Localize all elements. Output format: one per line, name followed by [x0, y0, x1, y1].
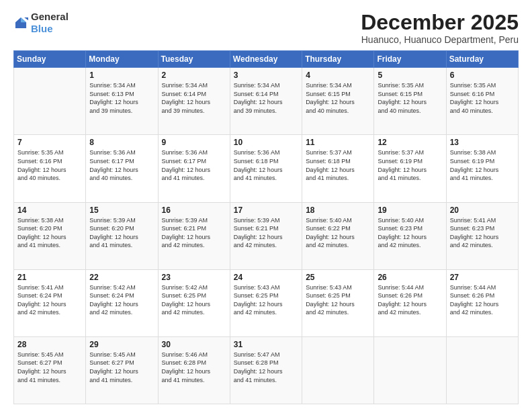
table-row: 20Sunrise: 5:41 AM Sunset: 6:23 PM Dayli… [446, 202, 518, 269]
calendar-week-row: 7Sunrise: 5:35 AM Sunset: 6:16 PM Daylig… [14, 135, 519, 202]
day-info: Sunrise: 5:41 AM Sunset: 6:23 PM Dayligh… [450, 216, 515, 250]
day-number: 26 [378, 273, 442, 282]
day-info: Sunrise: 5:34 AM Sunset: 6:14 PM Dayligh… [162, 81, 226, 115]
table-row: 17Sunrise: 5:39 AM Sunset: 6:21 PM Dayli… [230, 202, 302, 269]
col-monday: Monday [86, 51, 158, 68]
day-info: Sunrise: 5:41 AM Sunset: 6:24 PM Dayligh… [17, 283, 82, 317]
day-info: Sunrise: 5:42 AM Sunset: 6:24 PM Dayligh… [89, 283, 154, 317]
day-number: 5 [378, 71, 442, 80]
table-row: 8Sunrise: 5:36 AM Sunset: 6:17 PM Daylig… [86, 135, 158, 202]
table-row: 2Sunrise: 5:34 AM Sunset: 6:14 PM Daylig… [158, 68, 230, 135]
day-info: Sunrise: 5:37 AM Sunset: 6:18 PM Dayligh… [306, 148, 370, 182]
day-number: 11 [306, 138, 370, 147]
day-info: Sunrise: 5:35 AM Sunset: 6:16 PM Dayligh… [450, 81, 515, 115]
subtitle: Huanuco, Huanuco Department, Peru [361, 34, 519, 45]
day-info: Sunrise: 5:45 AM Sunset: 6:27 PM Dayligh… [17, 351, 82, 384]
day-info: Sunrise: 5:36 AM Sunset: 6:17 PM Dayligh… [162, 148, 226, 182]
table-row [374, 336, 446, 404]
day-number: 13 [450, 138, 515, 147]
day-number: 14 [17, 205, 82, 215]
table-row: 18Sunrise: 5:40 AM Sunset: 6:22 PM Dayli… [302, 202, 374, 269]
logo-icon [13, 15, 28, 30]
day-info: Sunrise: 5:39 AM Sunset: 6:21 PM Dayligh… [234, 216, 298, 250]
table-row: 31Sunrise: 5:47 AM Sunset: 6:28 PM Dayli… [230, 336, 302, 404]
day-info: Sunrise: 5:35 AM Sunset: 6:16 PM Dayligh… [17, 148, 82, 182]
logo-blue: Blue [31, 23, 53, 34]
day-number: 6 [450, 71, 515, 80]
day-number: 1 [89, 71, 154, 80]
table-row: 9Sunrise: 5:36 AM Sunset: 6:17 PM Daylig… [158, 135, 230, 202]
table-row: 6Sunrise: 5:35 AM Sunset: 6:16 PM Daylig… [446, 68, 518, 135]
table-row: 15Sunrise: 5:39 AM Sunset: 6:20 PM Dayli… [86, 202, 158, 269]
logo-text: General Blue [31, 11, 69, 35]
month-title: December 2025 [361, 11, 519, 34]
day-info: Sunrise: 5:39 AM Sunset: 6:20 PM Dayligh… [89, 216, 154, 250]
day-number: 15 [89, 205, 154, 215]
day-info: Sunrise: 5:46 AM Sunset: 6:28 PM Dayligh… [162, 351, 226, 384]
day-number: 12 [378, 138, 442, 147]
calendar-header-row: Sunday Monday Tuesday Wednesday Thursday… [14, 51, 519, 68]
day-info: Sunrise: 5:40 AM Sunset: 6:23 PM Dayligh… [378, 216, 442, 250]
day-number: 23 [162, 273, 226, 282]
logo: General Blue [13, 11, 69, 35]
table-row: 1Sunrise: 5:34 AM Sunset: 6:13 PM Daylig… [86, 68, 158, 135]
day-number: 24 [234, 273, 298, 282]
day-number: 8 [89, 138, 154, 147]
day-number: 10 [234, 138, 298, 147]
day-info: Sunrise: 5:38 AM Sunset: 6:20 PM Dayligh… [17, 216, 82, 250]
day-info: Sunrise: 5:44 AM Sunset: 6:26 PM Dayligh… [450, 283, 515, 317]
day-info: Sunrise: 5:40 AM Sunset: 6:22 PM Dayligh… [306, 216, 370, 250]
col-saturday: Saturday [446, 51, 518, 68]
day-number: 18 [306, 205, 370, 215]
day-number: 19 [378, 205, 442, 215]
day-number: 9 [162, 138, 226, 147]
day-number: 27 [450, 273, 515, 282]
day-info: Sunrise: 5:37 AM Sunset: 6:19 PM Dayligh… [378, 148, 442, 182]
day-number: 2 [162, 71, 226, 80]
table-row: 30Sunrise: 5:46 AM Sunset: 6:28 PM Dayli… [158, 336, 230, 404]
day-info: Sunrise: 5:45 AM Sunset: 6:27 PM Dayligh… [89, 351, 154, 384]
calendar-body: 1Sunrise: 5:34 AM Sunset: 6:13 PM Daylig… [14, 68, 519, 404]
col-friday: Friday [374, 51, 446, 68]
day-info: Sunrise: 5:43 AM Sunset: 6:25 PM Dayligh… [234, 283, 298, 317]
table-row: 10Sunrise: 5:36 AM Sunset: 6:18 PM Dayli… [230, 135, 302, 202]
table-row [14, 68, 86, 135]
day-info: Sunrise: 5:36 AM Sunset: 6:17 PM Dayligh… [89, 148, 154, 182]
day-info: Sunrise: 5:44 AM Sunset: 6:26 PM Dayligh… [378, 283, 442, 317]
col-thursday: Thursday [302, 51, 374, 68]
day-number: 16 [162, 205, 226, 215]
day-number: 22 [89, 273, 154, 282]
calendar-table: Sunday Monday Tuesday Wednesday Thursday… [13, 50, 519, 404]
table-row: 5Sunrise: 5:35 AM Sunset: 6:15 PM Daylig… [374, 68, 446, 135]
table-row [446, 336, 518, 404]
day-number: 29 [89, 340, 154, 349]
day-info: Sunrise: 5:47 AM Sunset: 6:28 PM Dayligh… [234, 351, 298, 384]
calendar-week-row: 14Sunrise: 5:38 AM Sunset: 6:20 PM Dayli… [14, 202, 519, 269]
day-info: Sunrise: 5:42 AM Sunset: 6:25 PM Dayligh… [162, 283, 226, 317]
calendar-week-row: 1Sunrise: 5:34 AM Sunset: 6:13 PM Daylig… [14, 68, 519, 135]
title-block: December 2025 Huanuco, Huanuco Departmen… [361, 11, 519, 45]
table-row: 3Sunrise: 5:34 AM Sunset: 6:14 PM Daylig… [230, 68, 302, 135]
page: General Blue December 2025 Huanuco, Huan… [0, 0, 532, 411]
day-info: Sunrise: 5:34 AM Sunset: 6:14 PM Dayligh… [234, 81, 298, 115]
calendar-week-row: 21Sunrise: 5:41 AM Sunset: 6:24 PM Dayli… [14, 269, 519, 336]
table-row: 27Sunrise: 5:44 AM Sunset: 6:26 PM Dayli… [446, 269, 518, 336]
table-row: 26Sunrise: 5:44 AM Sunset: 6:26 PM Dayli… [374, 269, 446, 336]
day-info: Sunrise: 5:34 AM Sunset: 6:13 PM Dayligh… [89, 81, 154, 115]
day-number: 28 [17, 340, 82, 349]
day-number: 4 [306, 71, 370, 80]
day-number: 17 [234, 205, 298, 215]
col-wednesday: Wednesday [230, 51, 302, 68]
table-row [302, 336, 374, 404]
table-row: 13Sunrise: 5:38 AM Sunset: 6:19 PM Dayli… [446, 135, 518, 202]
day-info: Sunrise: 5:34 AM Sunset: 6:15 PM Dayligh… [306, 81, 370, 115]
day-number: 25 [306, 273, 370, 282]
table-row: 12Sunrise: 5:37 AM Sunset: 6:19 PM Dayli… [374, 135, 446, 202]
day-number: 30 [162, 340, 226, 349]
table-row: 21Sunrise: 5:41 AM Sunset: 6:24 PM Dayli… [14, 269, 86, 336]
day-number: 3 [234, 71, 298, 80]
day-info: Sunrise: 5:36 AM Sunset: 6:18 PM Dayligh… [234, 148, 298, 182]
day-number: 7 [17, 138, 82, 147]
svg-marker-2 [24, 17, 28, 20]
table-row: 11Sunrise: 5:37 AM Sunset: 6:18 PM Dayli… [302, 135, 374, 202]
